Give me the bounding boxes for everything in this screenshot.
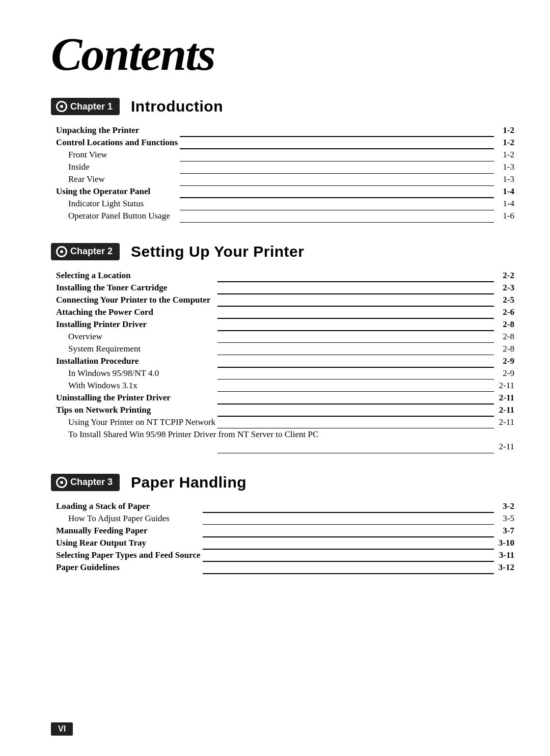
toc-page-num: 1-3 <box>494 161 514 173</box>
toc-dots <box>217 380 494 392</box>
toc-dots <box>180 149 494 161</box>
toc-entry-text: Installation Procedure <box>56 355 217 367</box>
toc-page-num: 1-6 <box>494 210 514 222</box>
chapter-header-chapter2: Chapter 2Setting Up Your Printer <box>51 243 509 260</box>
toc-entry: Operator Panel Button Usage1-6 <box>56 210 514 222</box>
toc-entry-text: Installing the Toner Cartridge <box>56 282 217 294</box>
toc-entry: With Windows 3.1x2-11 <box>56 380 514 392</box>
toc-entry: Installing the Toner Cartridge2-3 <box>56 282 514 294</box>
toc-entry-text: Connecting Your Printer to the Computer <box>56 294 217 306</box>
toc-page-num: 2-11 <box>494 392 514 404</box>
toc-entry-text: Overview <box>56 331 217 343</box>
toc-page-num: 2-6 <box>494 306 514 318</box>
chapter-circle-icon <box>56 477 67 488</box>
chapter-badge-text: Chapter 2 <box>70 246 113 257</box>
toc-dots <box>180 198 494 210</box>
toc-entry-text: To Install Shared Win 95/98 Printer Driv… <box>56 428 514 441</box>
toc-entry-text: Control Locations and Functions <box>56 137 180 149</box>
toc-entry: Inside1-3 <box>56 161 514 173</box>
toc-entry: Installation Procedure2-9 <box>56 355 514 367</box>
chapter-badge-chapter3: Chapter 3 <box>51 474 120 491</box>
chapter-badge-chapter1: Chapter 1 <box>51 98 120 115</box>
toc-dots <box>203 500 494 512</box>
toc-entry: How To Adjust Paper Guides3-5 <box>56 512 514 525</box>
toc-page-num: 2-8 <box>494 343 514 355</box>
toc-dots <box>203 537 494 549</box>
toc-dots <box>217 404 494 416</box>
toc-entry-text: Uninstalling the Printer Driver <box>56 392 217 404</box>
footer-badge: VI <box>51 722 73 736</box>
toc-entry: Manually Feeding Paper3-7 <box>56 525 514 537</box>
chapter-title-chapter3: Paper Handling <box>131 474 246 491</box>
toc-entry-text: Manually Feeding Paper <box>56 525 203 537</box>
chapter-circle-icon <box>56 246 67 257</box>
chapter-section-chapter2: Chapter 2Setting Up Your PrinterSelectin… <box>51 243 509 453</box>
toc-entry-text: Inside <box>56 161 180 173</box>
chapter-badge-text: Chapter 3 <box>70 477 113 488</box>
toc-page-num: 2-8 <box>494 318 514 331</box>
chapter-header-chapter3: Chapter 3Paper Handling <box>51 474 509 491</box>
toc-page-num: 3-2 <box>494 500 514 512</box>
toc-dots <box>180 210 494 222</box>
toc-entry-text: Using the Operator Panel <box>56 185 180 198</box>
chapter-section-chapter1: Chapter 1IntroductionUnpacking the Print… <box>51 98 509 223</box>
toc-entry: Tips on Network Printing2-11 <box>56 404 514 416</box>
toc-entry: Front View1-2 <box>56 149 514 161</box>
toc-dots <box>203 561 494 574</box>
toc-table-chapter1: Unpacking the Printer1-2Control Location… <box>56 124 514 223</box>
toc-entry-text: Selecting Paper Types and Feed Source <box>56 549 203 561</box>
toc-entry-text: How To Adjust Paper Guides <box>56 512 203 525</box>
toc-page-num: 2-9 <box>494 355 514 367</box>
toc-dots <box>217 367 494 380</box>
toc-dots <box>217 294 494 306</box>
toc-entry: Rear View1-3 <box>56 173 514 185</box>
toc-dots <box>217 441 494 453</box>
toc-page-num: 2-2 <box>494 269 514 282</box>
toc-page-num: 1-2 <box>494 149 514 161</box>
toc-entry: 2-11 <box>56 441 514 453</box>
toc-page-num: 3-5 <box>494 512 514 525</box>
chapter-title-chapter2: Setting Up Your Printer <box>131 243 304 260</box>
toc-page-num: 2-8 <box>494 331 514 343</box>
toc-entry-text: Paper Guidelines <box>56 561 203 574</box>
chapter-badge-chapter2: Chapter 2 <box>51 243 120 260</box>
toc-entry: Overview2-8 <box>56 331 514 343</box>
toc-entry: Uninstalling the Printer Driver2-11 <box>56 392 514 404</box>
toc-page-num: 2-3 <box>494 282 514 294</box>
page-title: Contents <box>51 31 509 77</box>
toc-entry: Connecting Your Printer to the Computer2… <box>56 294 514 306</box>
toc-entry-text: Tips on Network Printing <box>56 404 217 416</box>
toc-entry: Loading a Stack of Paper3-2 <box>56 500 514 512</box>
toc-entry-text: Front View <box>56 149 180 161</box>
toc-table-chapter3: Loading a Stack of Paper3-2How To Adjust… <box>56 500 514 574</box>
toc-entry-text: Indicator Light Status <box>56 198 180 210</box>
toc-dots <box>217 392 494 404</box>
toc-dots <box>217 282 494 294</box>
toc-page-num: 1-4 <box>494 185 514 198</box>
toc-page-num: 3-10 <box>494 537 514 549</box>
toc-entry: Using the Operator Panel1-4 <box>56 185 514 198</box>
toc-dots <box>180 124 494 137</box>
toc-page-num: 1-3 <box>494 173 514 185</box>
toc-entry-text: Using Rear Output Tray <box>56 537 203 549</box>
toc-entry-text: With Windows 3.1x <box>56 380 217 392</box>
toc-page-num: 2-9 <box>494 367 514 380</box>
toc-dots <box>203 549 494 561</box>
toc-page-num: 1-4 <box>494 198 514 210</box>
toc-entry: Attaching the Power Cord2-6 <box>56 306 514 318</box>
toc-entry: Selecting Paper Types and Feed Source3-1… <box>56 549 514 561</box>
toc-entry: Control Locations and Functions1-2 <box>56 137 514 149</box>
toc-dots <box>180 173 494 185</box>
toc-entry-text: Attaching the Power Cord <box>56 306 217 318</box>
toc-dots <box>217 318 494 331</box>
chapter-circle-icon <box>56 101 67 112</box>
toc-entry: Using Rear Output Tray3-10 <box>56 537 514 549</box>
toc-dots <box>180 137 494 149</box>
toc-dots <box>217 343 494 355</box>
toc-entry: Using Your Printer on NT TCPIP Network2-… <box>56 416 514 428</box>
toc-entry-text: Operator Panel Button Usage <box>56 210 180 222</box>
toc-page-num: 2-5 <box>494 294 514 306</box>
toc-page-num: 1-2 <box>494 124 514 137</box>
chapter-badge-text: Chapter 1 <box>70 101 113 112</box>
toc-entry: System Requirement2-8 <box>56 343 514 355</box>
